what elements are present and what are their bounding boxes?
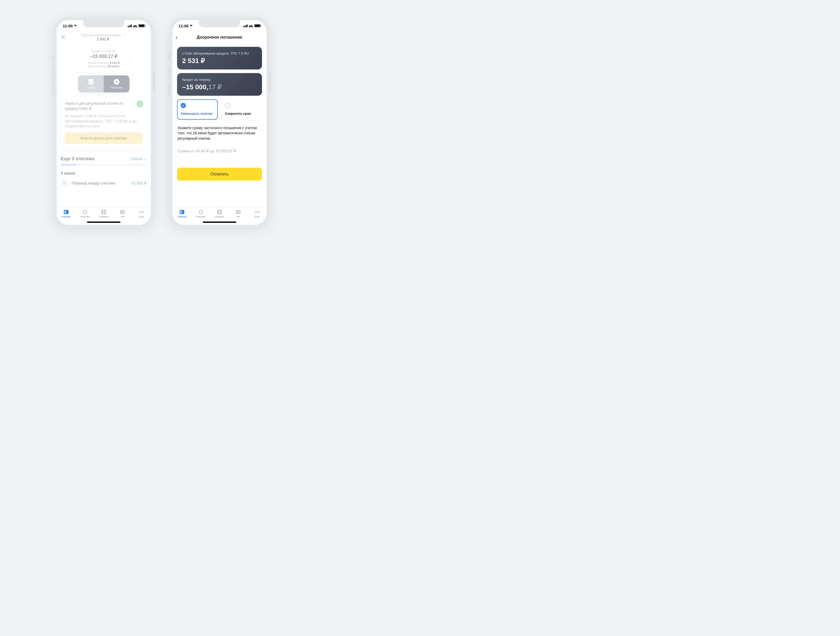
side-button bbox=[169, 83, 170, 96]
remaining-payments-title: Еще 3 платежа bbox=[61, 156, 95, 162]
side-button bbox=[53, 83, 54, 96]
phone-mock-right: 11:00 ‹ Досрочное погашение с Счет обслу… bbox=[169, 17, 270, 228]
screen-header: ‹ Досрочное погашение bbox=[172, 32, 267, 43]
screen-header: ✕ Счет обслуживания кредита. Т 2 531 ₽ bbox=[57, 32, 151, 43]
credit-account-label: Кредит на покупку bbox=[182, 78, 257, 82]
transaction-row[interactable]: ⇄ Перевод между счетами +2 531 ₽ bbox=[61, 179, 147, 187]
side-button bbox=[154, 71, 155, 92]
tab-home[interactable]: Главная bbox=[172, 207, 191, 220]
header-amount: 2 531 ₽ bbox=[68, 37, 138, 41]
option-label: Уменьшить платеж bbox=[181, 112, 214, 115]
notch bbox=[83, 20, 124, 27]
battery-icon bbox=[254, 24, 261, 27]
repay-button[interactable]: Погасить bbox=[104, 76, 129, 92]
source-account-amount: 2 531 ₽ bbox=[182, 57, 257, 65]
tab-chat[interactable]: Чат bbox=[113, 207, 132, 220]
home-icon bbox=[180, 210, 184, 214]
status-time: 11:00 bbox=[178, 24, 188, 28]
signal-icon bbox=[243, 24, 248, 27]
services-icon bbox=[217, 210, 222, 214]
option-reduce-payment[interactable]: Уменьшить платеж bbox=[177, 99, 218, 120]
amount-hint: Укажите сумму частичного погашения с уче… bbox=[178, 125, 262, 141]
more-icon bbox=[139, 211, 144, 213]
option-reduce-term[interactable]: Сократить срок bbox=[221, 99, 262, 120]
home-icon bbox=[64, 210, 68, 214]
home-indicator[interactable] bbox=[87, 221, 120, 223]
chat-icon bbox=[120, 210, 125, 214]
notch bbox=[199, 20, 240, 27]
info-icon[interactable]: i bbox=[136, 101, 143, 107]
transfer-icon: ⇄ bbox=[61, 179, 68, 187]
amount-input[interactable]: Сумма от 83,64 ₽ до 15 083,81 ₽ bbox=[178, 149, 262, 153]
side-button bbox=[169, 66, 170, 79]
credit-account-amount: –15 000,17 ₽ bbox=[182, 83, 257, 91]
date-heading: 3 июня bbox=[61, 171, 147, 176]
transaction-amount: +2 531 ₽ bbox=[131, 181, 147, 186]
source-account-card[interactable]: с Счет обслуживания кредита. ТПС 7.5 RU … bbox=[177, 47, 262, 69]
side-button bbox=[169, 53, 170, 60]
status-time: 11:00 bbox=[63, 24, 73, 28]
plus-circle-icon bbox=[114, 79, 119, 85]
repay-label: Погасить bbox=[111, 86, 123, 89]
side-button bbox=[270, 71, 270, 92]
services-icon bbox=[101, 210, 106, 214]
phone-mock-left: 11:00 ✕ Счет обслуживания кредита. Т 2 5… bbox=[54, 17, 154, 228]
credit-balance: –15 000,17 ₽ bbox=[81, 54, 126, 59]
deposit-button[interactable]: Внести деньги для платежа bbox=[65, 133, 142, 144]
location-icon bbox=[189, 24, 193, 28]
tab-services[interactable]: Сервисы bbox=[94, 207, 113, 220]
close-icon[interactable]: ✕ bbox=[61, 34, 65, 41]
tab-chat[interactable]: Чат bbox=[229, 207, 248, 220]
notice-line-2: Не хватает 2 530 ₽. Пополните Счет обслу… bbox=[65, 114, 142, 129]
wifi-icon bbox=[133, 24, 137, 27]
tab-more[interactable]: Еще bbox=[132, 207, 151, 220]
tab-home[interactable]: Главная bbox=[57, 207, 76, 220]
transaction-name: Перевод между счетами bbox=[71, 181, 128, 185]
repayment-options: Уменьшить платеж Сократить срок bbox=[177, 99, 262, 120]
tab-payments[interactable]: Платежи bbox=[76, 207, 94, 220]
schedule-link[interactable]: График ⌄ bbox=[130, 157, 147, 161]
credit-account-card[interactable]: Кредит на покупку –15 000,17 ₽ bbox=[177, 73, 262, 96]
signal-icon bbox=[128, 24, 132, 27]
battery-icon bbox=[139, 24, 145, 27]
payment-notice-card: i Через 4 дня регулярный платеж по креди… bbox=[61, 97, 147, 148]
option-label: Сократить срок bbox=[225, 112, 258, 115]
home-indicator[interactable] bbox=[203, 221, 236, 223]
tab-services[interactable]: Сервисы bbox=[210, 207, 229, 220]
radio-unchecked-icon bbox=[225, 103, 230, 108]
segmented-control: Тариф Погасить bbox=[78, 76, 129, 92]
source-account-label: с Счет обслуживания кредита. ТПС 7.5 RU bbox=[182, 52, 257, 55]
tariff-label: Тариф bbox=[87, 86, 95, 89]
back-icon[interactable]: ‹ bbox=[175, 33, 183, 41]
tab-more[interactable]: Еще bbox=[248, 207, 267, 220]
radio-checked-icon bbox=[181, 103, 186, 108]
header-subtitle: Счет обслуживания кредита. Т bbox=[68, 33, 138, 37]
pay-button[interactable]: Оплатить bbox=[177, 168, 262, 181]
side-button bbox=[53, 53, 54, 60]
document-icon bbox=[88, 79, 93, 85]
progress-bar bbox=[61, 164, 147, 166]
tariff-button[interactable]: Тариф bbox=[78, 76, 104, 92]
wifi-icon bbox=[249, 24, 253, 27]
payments-icon bbox=[83, 210, 87, 214]
chevron-down-icon: ⌄ bbox=[144, 157, 147, 161]
location-icon bbox=[73, 24, 77, 28]
side-button bbox=[53, 66, 54, 79]
tab-payments[interactable]: Платежи bbox=[191, 207, 210, 220]
chat-icon bbox=[236, 210, 241, 214]
credit-summary-card[interactable]: Кредит на покупку –15 000,17 ₽ Сумма пла… bbox=[78, 46, 129, 71]
credit-label: Кредит на покупку bbox=[81, 49, 126, 52]
payments-icon bbox=[199, 210, 203, 214]
more-icon bbox=[255, 211, 260, 213]
notice-line-1: Через 4 дня регулярный платеж по кредиту… bbox=[65, 101, 142, 111]
page-title: Досрочное погашение bbox=[183, 35, 264, 39]
